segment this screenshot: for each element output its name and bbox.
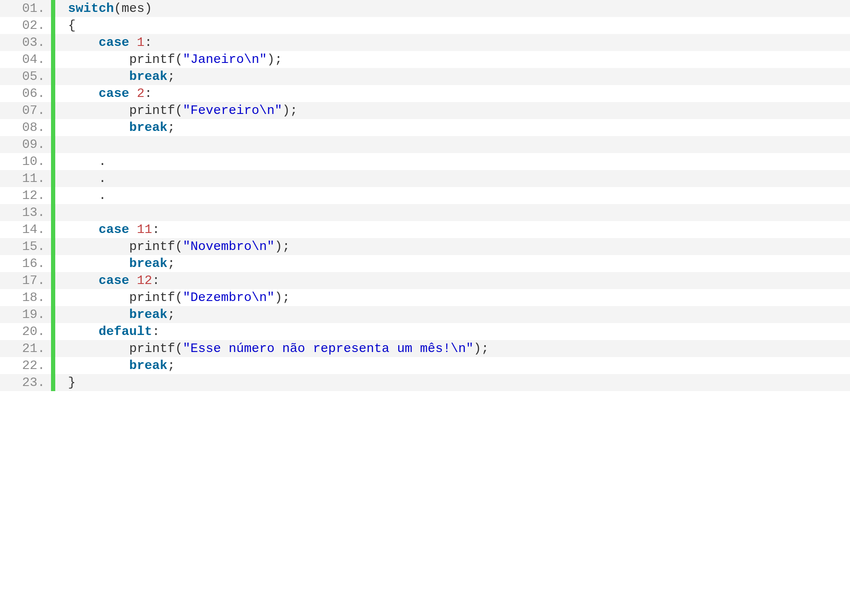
change-marker [51,102,55,119]
token-str: "Janeiro\n" [183,52,267,67]
token-plain: ( [175,52,183,67]
line-number: 05. [0,68,51,85]
code-line: 02.{ [0,17,850,34]
code-line: 14. case 11: [0,221,850,238]
token-plain: ; [167,307,175,322]
code-line: 01.switch(mes) [0,0,850,17]
token-kw: switch [68,1,114,16]
code-content: printf("Esse número não representa um mê… [55,340,850,357]
change-marker [51,255,55,272]
token-plain: : [152,273,160,288]
change-marker [51,204,55,221]
code-content: { [55,17,850,34]
token-plain [68,137,76,152]
change-marker [51,289,55,306]
change-marker [51,374,55,391]
token-plain [129,35,137,50]
code-line: 22. break; [0,357,850,374]
change-marker [51,68,55,85]
token-plain [68,205,76,220]
token-plain [68,120,129,135]
token-plain [68,222,99,237]
token-plain: : [152,222,160,237]
code-line: 21. printf("Esse número não representa u… [0,340,850,357]
token-plain: { [68,18,76,33]
token-str: "Dezembro\n" [183,290,275,305]
line-number: 15. [0,238,51,255]
code-content: break; [55,306,850,323]
code-content: break; [55,119,850,136]
code-line: 15. printf("Novembro\n"); [0,238,850,255]
token-str: "Esse número não representa um mês!\n" [183,341,473,356]
code-line: 08. break; [0,119,850,136]
token-plain: : [152,324,160,339]
token-plain: ; [167,358,175,373]
code-line: 04. printf("Janeiro\n"); [0,51,850,68]
line-number: 16. [0,255,51,272]
change-marker [51,187,55,204]
token-plain: ); [275,239,290,254]
token-kw: case [99,273,129,288]
change-marker [51,323,55,340]
line-number: 12. [0,187,51,204]
code-content: printf("Fevereiro\n"); [55,102,850,119]
line-number: 06. [0,85,51,102]
token-plain: . [68,188,106,203]
token-plain: ; [167,69,175,84]
line-number: 02. [0,17,51,34]
code-content: case 2: [55,85,850,102]
token-plain: . [68,154,106,169]
token-str: "Novembro\n" [183,239,275,254]
code-line: 09. [0,136,850,153]
token-num: 12 [137,273,152,288]
line-number: 03. [0,34,51,51]
code-content: . [55,153,850,170]
line-number: 23. [0,374,51,391]
token-plain [68,103,129,118]
token-plain: . [68,171,106,186]
line-number: 10. [0,153,51,170]
token-plain [68,273,99,288]
token-fn: printf [129,103,175,118]
change-marker [51,272,55,289]
token-kw: break [129,120,167,135]
code-content: case 1: [55,34,850,51]
token-fn: printf [129,290,175,305]
token-kw: case [99,86,129,101]
token-plain [68,324,99,339]
token-plain [68,239,129,254]
code-line: 06. case 2: [0,85,850,102]
change-marker [51,34,55,51]
line-number: 08. [0,119,51,136]
token-plain [68,290,129,305]
line-number: 13. [0,204,51,221]
token-plain: : [144,86,152,101]
code-content: break; [55,68,850,85]
code-line: 23.} [0,374,850,391]
token-kw: case [99,222,129,237]
token-plain: ); [267,52,282,67]
code-line: 19. break; [0,306,850,323]
token-num: 11 [137,222,152,237]
token-kw: break [129,358,167,373]
code-line: 05. break; [0,68,850,85]
change-marker [51,119,55,136]
code-content: . [55,187,850,204]
line-number: 18. [0,289,51,306]
token-plain: ); [275,290,290,305]
change-marker [51,238,55,255]
change-marker [51,170,55,187]
token-fn: printf [129,52,175,67]
code-line: 20. default: [0,323,850,340]
code-content: . [55,170,850,187]
line-number: 19. [0,306,51,323]
code-line: 10. . [0,153,850,170]
token-plain: ; [167,120,175,135]
line-number: 09. [0,136,51,153]
token-plain [68,86,99,101]
token-plain: (mes) [114,1,152,16]
code-content: case 11: [55,221,850,238]
token-kw: break [129,256,167,271]
code-line: 16. break; [0,255,850,272]
token-num: 1 [137,35,144,50]
